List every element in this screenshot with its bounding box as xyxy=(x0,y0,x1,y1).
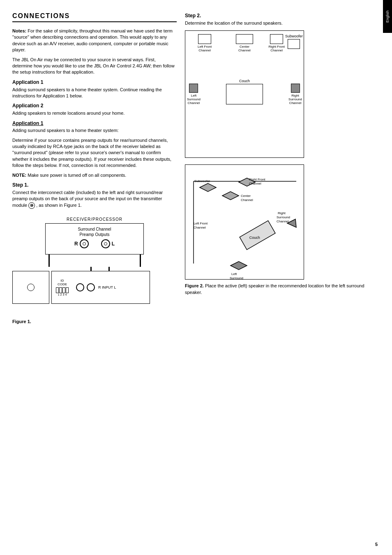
svg-text:Right: Right xyxy=(278,211,286,215)
note-text: Make sure power is turned off on all com… xyxy=(26,173,126,178)
surround-channel-label: Surround Channel xyxy=(50,227,139,231)
figure1-area: RECEIVER/PROCESSOR Surround Channel Prea… xyxy=(12,217,177,325)
r-label: R xyxy=(74,241,78,247)
rca-r-circle xyxy=(80,239,89,248)
receiver-box: Surround Channel Preamp Outputs R L xyxy=(45,223,144,254)
svg-text:Couch: Couch xyxy=(249,236,260,240)
dip-switches xyxy=(56,287,69,293)
right-surround-box xyxy=(291,84,300,93)
room-diagram-2: Subwoofer Right Front Channel Center Cha… xyxy=(185,164,304,280)
notes-bold: Notes: xyxy=(12,28,26,33)
step1-text: Connect the interconnect cable (included… xyxy=(12,190,177,209)
input-rca-section xyxy=(76,283,95,291)
notes-text: For the sake of simplicity, throughout t… xyxy=(12,28,173,52)
para2: The JBL On Air may be connected to your … xyxy=(12,57,177,76)
center-label-1: Center Channel xyxy=(236,34,253,52)
center-box xyxy=(236,34,253,44)
svg-text:Right Front: Right Front xyxy=(249,178,265,181)
page-number: 5 xyxy=(375,542,378,547)
l-label: L xyxy=(112,241,115,247)
svg-text:Channel: Channel xyxy=(194,226,206,229)
step2-text: Determine the location of the surround s… xyxy=(185,20,380,26)
svg-text:Channel: Channel xyxy=(241,198,253,202)
rca-l-connector: L xyxy=(101,239,115,248)
rca-l-circle xyxy=(101,239,110,248)
right-front-label-1: Right Front Channel xyxy=(268,34,285,52)
wire-down-r2 xyxy=(90,267,92,271)
left-column: CONNECTIONS Notes: For the sake of simpl… xyxy=(12,12,177,328)
step2-heading: Step 2. xyxy=(185,12,380,19)
svg-text:Left: Left xyxy=(231,272,237,276)
svg-marker-18 xyxy=(231,261,247,270)
switch-1 xyxy=(56,287,59,293)
room-diagram-1: Subwoofer Left Front Channel Center Chan… xyxy=(185,30,304,158)
notes-paragraph: Notes: For the sake of simplicity, throu… xyxy=(12,28,177,53)
input-rca-l xyxy=(87,283,95,291)
transmitter-knob xyxy=(27,284,35,291)
right-column: Step 2. Determine the location of the su… xyxy=(185,12,380,328)
subwoofer-box xyxy=(288,39,300,49)
transmitter-area: ID CODE 1234 xyxy=(12,267,177,316)
figure1-label: Figure 1. xyxy=(12,319,177,325)
svg-marker-7 xyxy=(222,192,239,200)
left-surround-label-1: Left Surround Channel xyxy=(187,84,201,105)
app2-heading: Application 2 xyxy=(12,102,177,109)
right-surround-label-1: Right Surround Channel xyxy=(288,84,302,105)
figure2-caption-bold: Figure 2. xyxy=(185,283,204,288)
language-tab: English xyxy=(383,0,392,33)
svg-text:Channel: Channel xyxy=(249,182,261,185)
wire-r xyxy=(48,254,50,267)
subwoofer-label-1: Subwoofer xyxy=(285,34,303,49)
note-bold: NOTE: xyxy=(12,173,26,178)
transmitter-box: ID CODE 1234 xyxy=(51,271,150,304)
application1-heading: Application 1 xyxy=(12,120,177,127)
svg-text:Channel: Channel xyxy=(277,220,289,223)
svg-text:Surround: Surround xyxy=(230,276,243,280)
right-front-box xyxy=(270,34,283,44)
id-code-label: ID CODE xyxy=(58,279,67,286)
svg-text:Center: Center xyxy=(241,194,251,198)
wire-l xyxy=(140,254,141,267)
figure2-caption: Figure 2. Place the active (left) speake… xyxy=(185,283,380,296)
preamp-outputs-label: Preamp Outputs xyxy=(50,232,139,237)
wire-down-l2 xyxy=(108,267,110,271)
note-paragraph: NOTE: Make sure power is turned off on a… xyxy=(12,172,177,178)
rca-r-connector: R xyxy=(74,239,89,248)
language-label: English xyxy=(385,10,390,23)
left-front-box xyxy=(198,34,211,44)
room-diagram-2-svg: Subwoofer Right Front Channel Center Cha… xyxy=(185,165,304,280)
id-code-section: ID CODE 1234 xyxy=(56,279,69,296)
application1-sub: Adding surround speakers to a home theat… xyxy=(12,127,177,134)
input-rca-r xyxy=(76,283,84,291)
couch-box xyxy=(226,84,263,104)
app2-text: Adding speakers to remote locations arou… xyxy=(12,110,177,116)
switch-numbers: 1234 xyxy=(58,293,67,296)
transmitter-outline xyxy=(12,271,49,304)
module-icon: ⑩ xyxy=(28,202,35,209)
r-input-label: R INPUT L xyxy=(98,285,116,289)
switch-4 xyxy=(66,287,69,293)
svg-marker-2 xyxy=(200,183,216,192)
para3: Determine if your source contains preamp… xyxy=(12,137,177,169)
rca-row: R L xyxy=(50,239,139,248)
svg-text:Left Front: Left Front xyxy=(194,222,208,225)
svg-text:Surround: Surround xyxy=(277,215,290,219)
receiver-label: RECEIVER/PROCESSOR xyxy=(12,217,177,222)
app1-text: Adding surround speakers to a home theat… xyxy=(12,87,177,99)
svg-text:Subwoofer: Subwoofer xyxy=(194,179,210,183)
switch-3 xyxy=(62,287,65,293)
left-front-label-1: Left Front Channel xyxy=(198,34,212,52)
switch-2 xyxy=(59,287,62,293)
figure2-caption-text: Place the active (left) speaker in the r… xyxy=(185,283,364,294)
input-labels: R INPUT L xyxy=(98,285,116,289)
step1-heading: Step 1. xyxy=(12,182,177,189)
left-surround-box xyxy=(189,84,198,93)
couch-label-1: Couch xyxy=(226,79,263,104)
app1-heading: Application 1 xyxy=(12,79,177,86)
page-heading: CONNECTIONS xyxy=(12,12,177,22)
